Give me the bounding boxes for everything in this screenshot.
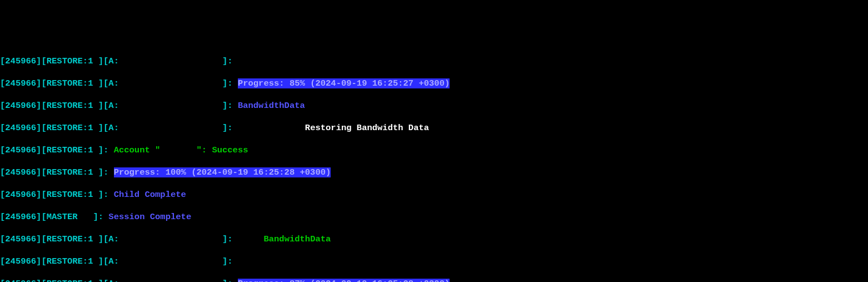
log-line: [245966][RESTORE:1 ]: Account " ": Succe… — [0, 145, 868, 156]
restore-tag: [RESTORE:1 ] — [41, 78, 103, 88]
restore-tag: [RESTORE:1 ] — [41, 167, 103, 177]
account-bracket: [A: ] — [103, 56, 227, 66]
colon: : — [227, 256, 238, 266]
pid-tag: [245966] — [0, 167, 41, 177]
restore-tag: [RESTORE:1 ] — [41, 123, 103, 133]
restore-tag: [RESTORE:1 ] — [41, 256, 103, 266]
account-bracket: [A: ] — [103, 78, 227, 88]
progress-text: Progress: 100% (2024-09-19 16:25:28 +030… — [114, 167, 331, 177]
account-bracket: [A: ] — [103, 234, 227, 244]
log-line: [245966][RESTORE:1 ][A: ]: BandwidthData — [0, 234, 868, 245]
colon: : — [227, 78, 238, 88]
colon: : — [103, 190, 114, 200]
log-line: [245966][RESTORE:1 ][A: ]: — [0, 56, 868, 67]
log-line: [245966][MASTER ]: Session Complete — [0, 211, 868, 222]
session-complete: Session Complete — [108, 212, 191, 222]
restore-tag: [RESTORE:1 ] — [41, 234, 103, 244]
pid-tag: [245966] — [0, 145, 41, 155]
pid-tag: [245966] — [0, 234, 41, 244]
redacted-user — [160, 145, 196, 155]
account-bracket: [A: ] — [103, 123, 227, 133]
colon: : — [227, 56, 238, 66]
restore-tag: [RESTORE:1 ] — [41, 56, 103, 66]
log-line: [245966][RESTORE:1 ]: Progress: 100% (20… — [0, 167, 868, 178]
pid-tag: [245966] — [0, 279, 41, 282]
account-bracket: [A: ] — [103, 101, 227, 111]
log-line: [245966][RESTORE:1 ][A: ]: BandwidthData — [0, 100, 868, 111]
account-bracket: [A: ] — [103, 279, 227, 282]
log-line: [245966][RESTORE:1 ][A: ]: Restoring Ban… — [0, 122, 868, 133]
master-tag: [MASTER ] — [41, 212, 98, 222]
pid-tag: [245966] — [0, 123, 41, 133]
restore-tag: [RESTORE:1 ] — [41, 279, 103, 282]
pid-tag: [245966] — [0, 56, 41, 66]
stage-message: Restoring Bandwidth Data — [305, 123, 429, 133]
colon: : — [103, 145, 114, 155]
colon: : — [98, 212, 109, 222]
stage-label: BandwidthData — [238, 101, 305, 111]
terminal-output: [245966][RESTORE:1 ][A: ]: [245966][REST… — [0, 44, 868, 282]
colon: : — [227, 234, 238, 244]
pid-tag: [245966] — [0, 78, 41, 88]
account-bracket: [A: ] — [103, 256, 227, 266]
restore-tag: [RESTORE:1 ] — [41, 190, 103, 200]
account-success-post: ": Success — [197, 145, 248, 155]
stage-done: BandwidthData — [263, 234, 331, 244]
pid-tag: [245966] — [0, 101, 41, 111]
pid-tag: [245966] — [0, 256, 41, 266]
colon: : — [227, 279, 238, 282]
log-line: [245966][RESTORE:1 ]: Child Complete — [0, 189, 868, 200]
restore-tag: [RESTORE:1 ] — [41, 145, 103, 155]
colon: : — [227, 123, 238, 133]
pid-tag: [245966] — [0, 212, 41, 222]
colon: : — [103, 167, 114, 177]
progress-text: Progress: 85% (2024-09-19 16:25:27 +0300… — [238, 78, 450, 88]
progress-text: Progress: 87% (2024-09-19 16:25:28 +0300… — [238, 279, 450, 282]
account-success-pre: Account " — [114, 145, 161, 155]
log-line: [245966][RESTORE:1 ][A: ]: Progress: 87%… — [0, 278, 868, 282]
pid-tag: [245966] — [0, 190, 41, 200]
restore-tag: [RESTORE:1 ] — [41, 101, 103, 111]
log-line: [245966][RESTORE:1 ][A: ]: Progress: 85%… — [0, 78, 868, 89]
colon: : — [227, 101, 238, 111]
child-complete: Child Complete — [114, 190, 186, 200]
log-line: [245966][RESTORE:1 ][A: ]: — [0, 256, 868, 267]
